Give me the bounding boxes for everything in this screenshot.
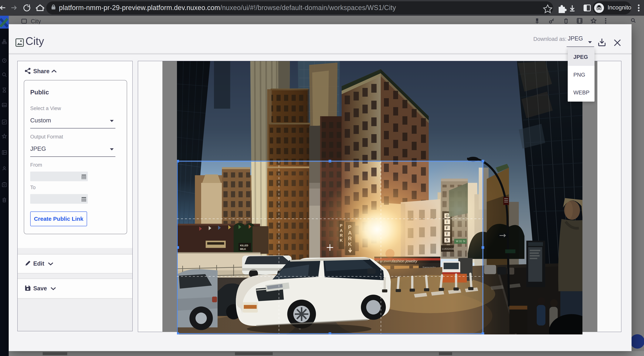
- svg-text:City: City: [31, 18, 41, 24]
- svg-text:MILK: MILK: [240, 247, 246, 250]
- svg-text:KILLED: KILLED: [240, 244, 248, 247]
